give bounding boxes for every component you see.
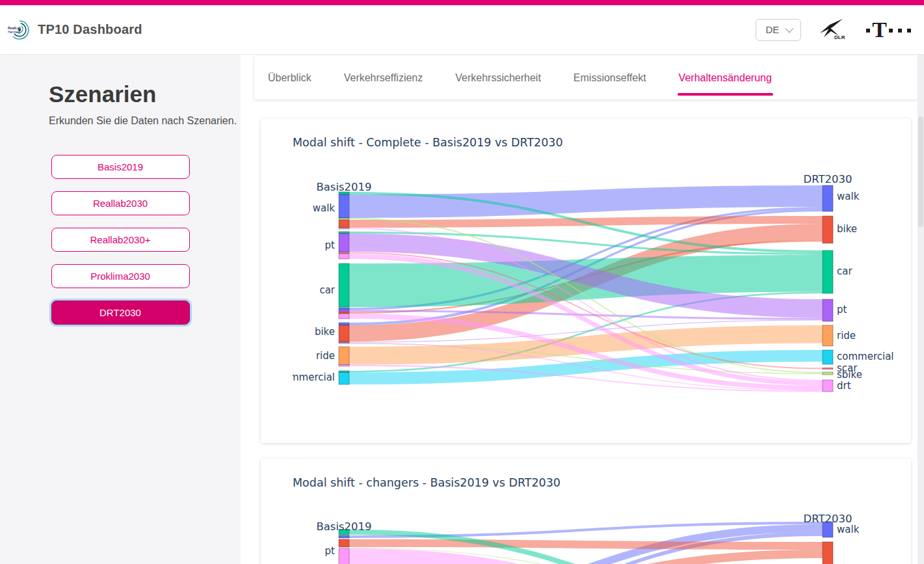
sankey-chart-changers[interactable]: ptwalkbikeBasis2019DRT2030 xyxy=(293,507,910,564)
sankey-node-ride[interactable] xyxy=(823,325,833,346)
sidebar-subtitle: Erkunden Sie die Daten nach Szenarien. xyxy=(49,115,241,127)
node-label-walk: walk xyxy=(837,524,860,535)
chart-title: Modal shift - Complete - Basis2019 vs DR… xyxy=(293,136,563,149)
language-selector[interactable]: DE xyxy=(756,19,801,41)
reallab-logo: RealLab Hamburg xyxy=(7,18,31,42)
scenario-button-reallab2030[interactable]: Reallab2030 xyxy=(51,191,190,215)
tab-verkehrssicherheit[interactable]: Verkehrssicherheit xyxy=(455,56,541,100)
sankey-link-pt-to-bike[interactable] xyxy=(349,539,823,550)
sankey-node-walk-walk[interactable] xyxy=(339,195,349,218)
sankey-node-pt-drt[interactable] xyxy=(339,254,349,259)
sankey-node-commercial-commercial[interactable] xyxy=(339,373,349,385)
scenario-button-proklima2030[interactable]: Proklima2030 xyxy=(51,264,190,288)
sankey-node-commercial[interactable] xyxy=(823,350,833,364)
dlr-logo: DLR xyxy=(819,19,848,41)
sankey-node-pt-drt[interactable] xyxy=(339,548,349,564)
section-tabs: ÜberblickVerkehrseffizienzVerkehrssicher… xyxy=(254,56,917,100)
sankey-node-car-pt[interactable] xyxy=(339,310,349,312)
tab-überblick[interactable]: Überblick xyxy=(268,56,311,100)
node-label-ride: ride xyxy=(837,330,856,342)
sankey-node-car-drt[interactable] xyxy=(339,314,349,319)
sankey-node-car-bike[interactable] xyxy=(339,312,349,314)
node-label-walk: walk xyxy=(837,191,860,202)
sidebar-title: Szenarien xyxy=(49,81,241,107)
sankey-node-ride-drt[interactable] xyxy=(339,365,349,367)
scenario-button-basis2019[interactable]: Basis2019 xyxy=(51,155,190,179)
chart-title: Modal shift - changers - Basis2019 vs DR… xyxy=(293,476,561,489)
sankey-node-bike-drt[interactable] xyxy=(339,343,349,344)
sankey-node-bike-walk[interactable] xyxy=(339,323,349,325)
scenario-sidebar: Szenarien Erkunden Sie die Daten nach Sz… xyxy=(0,55,241,564)
sankey-node-pt-car[interactable] xyxy=(339,232,349,234)
reallab-logo-icon: RealLab Hamburg xyxy=(7,18,31,42)
svg-text:DLR: DLR xyxy=(834,34,845,40)
scenario-button-list: Basis2019Reallab2030Reallab2030+Proklima… xyxy=(0,155,241,325)
scrollbar-track[interactable] xyxy=(917,55,924,564)
telekom-dot xyxy=(889,29,893,33)
sankey-node-pt-pt[interactable] xyxy=(339,234,349,252)
sankey-node-sbike[interactable] xyxy=(823,372,833,375)
node-label-drt: drt xyxy=(837,380,851,392)
node-label-bike: bike xyxy=(837,223,857,235)
sankey-node-drt[interactable] xyxy=(823,380,833,392)
sankey-node-ride-ride[interactable] xyxy=(339,347,349,365)
sankey-node-car[interactable] xyxy=(823,250,833,293)
sankey-chart-complete[interactable]: walkptcarbikeridecommercialwalkbikecarpt… xyxy=(293,163,910,416)
sankey-node-walk-bike[interactable] xyxy=(339,220,349,228)
scenario-button-drt2030[interactable]: DRT2030 xyxy=(51,301,190,325)
app-title: TP10 Dashboard xyxy=(38,22,142,37)
chevron-down-icon xyxy=(785,25,794,33)
scrollbar-thumb[interactable] xyxy=(918,116,923,227)
chart-card-changers: Modal shift - changers - Basis2019 vs DR… xyxy=(261,459,911,564)
node-label-sbike: sbike xyxy=(837,369,862,381)
node-label-pt: pt xyxy=(325,239,336,251)
node-label-ride: ride xyxy=(316,350,335,362)
app-header: RealLab Hamburg TP10 Dashboard DE DLR T xyxy=(0,5,924,55)
node-label-walk: walk xyxy=(313,202,336,214)
sankey-node-scar[interactable] xyxy=(823,368,833,369)
node-label-commercial: commercial xyxy=(293,371,335,383)
column-header-right: DRT2030 xyxy=(803,173,852,185)
tab-verhaltensänderung[interactable]: Verhaltensänderung xyxy=(679,56,772,100)
chart-card-complete: Modal shift - Complete - Basis2019 vs DR… xyxy=(261,118,911,443)
column-header-right: DRT2030 xyxy=(803,513,852,525)
sankey-node-pt[interactable] xyxy=(823,299,833,321)
sankey-node-pt-bike[interactable] xyxy=(339,539,349,547)
node-label-bike: bike xyxy=(315,326,335,338)
telekom-logo: T xyxy=(866,20,911,40)
sankey-node-walk-sbike[interactable] xyxy=(339,218,349,219)
sankey-node-walk-drt[interactable] xyxy=(339,228,349,229)
node-label-pt: pt xyxy=(837,304,847,316)
telekom-dot xyxy=(866,29,870,33)
sankey-node-commercial-car[interactable] xyxy=(339,371,349,373)
language-value: DE xyxy=(765,24,779,35)
svg-text:Hamburg: Hamburg xyxy=(8,31,20,34)
sankey-node-pt-walk[interactable] xyxy=(339,535,349,538)
node-label-commercial: commercial xyxy=(837,351,894,362)
sankey-node-car-walk[interactable] xyxy=(339,308,349,310)
column-header-left: Basis2019 xyxy=(316,520,371,533)
svg-text:RealLab: RealLab xyxy=(8,26,21,30)
sankey-node-walk[interactable] xyxy=(823,185,833,211)
sankey-node-bike[interactable] xyxy=(823,216,833,243)
node-label-car: car xyxy=(837,265,852,277)
sankey-link-walk-to-walk[interactable] xyxy=(349,185,823,218)
telekom-t: T xyxy=(872,20,887,40)
tab-emissionseffekt[interactable]: Emissionseffekt xyxy=(574,56,646,100)
node-label-car: car xyxy=(319,284,335,296)
scenario-button-reallab2030+[interactable]: Reallab2030+ xyxy=(51,228,190,252)
node-label-pt: pt xyxy=(325,545,336,557)
telekom-dot xyxy=(898,29,902,33)
top-accent-bar xyxy=(0,0,924,5)
sankey-node-bike[interactable] xyxy=(823,542,833,564)
telekom-dot xyxy=(907,29,911,33)
sankey-node-car-car[interactable] xyxy=(339,263,349,307)
tab-verkehrseffizienz[interactable]: Verkehrseffizienz xyxy=(344,56,423,100)
sankey-node-pt-scar[interactable] xyxy=(339,252,349,254)
sankey-node-bike-bike[interactable] xyxy=(339,325,349,342)
column-header-left: Basis2019 xyxy=(316,181,371,193)
